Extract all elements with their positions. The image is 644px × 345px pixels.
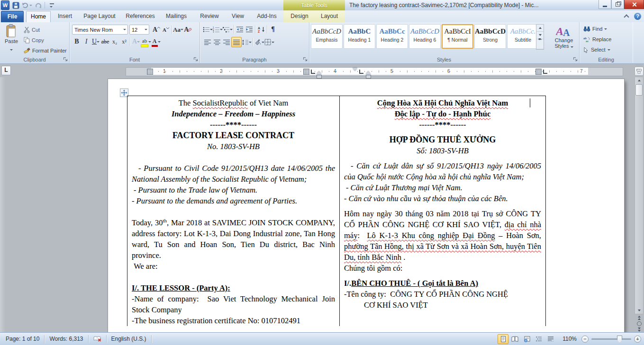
grow-font-button[interactable]: A: [152, 25, 161, 35]
style-emphasis[interactable]: AaBbCcDEmphasis: [311, 24, 343, 49]
clipboard-dialog-launcher-icon[interactable]: [63, 57, 68, 62]
paragraph-dialog-launcher-icon[interactable]: [303, 57, 308, 62]
paste-button[interactable]: Paste: [2, 24, 21, 55]
draft-view-button[interactable]: [545, 334, 556, 344]
collapse-ribbon-button[interactable]: [624, 14, 629, 18]
zoom-out-button[interactable]: −: [581, 336, 589, 343]
numbering-button[interactable]: 123: [213, 25, 223, 34]
zoom-in-button[interactable]: +: [634, 336, 641, 343]
split-window-handle[interactable]: [635, 64, 643, 66]
tab-mailings[interactable]: Mailings: [161, 11, 191, 22]
styles-dialog-launcher-icon[interactable]: [573, 57, 578, 62]
font-name-combo[interactable]: Times New Rom: [72, 25, 128, 35]
tab-stop-marker[interactable]: [543, 70, 547, 74]
full-screen-reading-view-button[interactable]: [509, 334, 520, 344]
style-strong[interactable]: AaBbCcDStrong: [474, 24, 506, 49]
style-heading-6[interactable]: AaBbCcDHeading 6: [409, 24, 441, 49]
find-button[interactable]: Find: [583, 24, 607, 34]
replace-button[interactable]: abac Replace: [583, 35, 611, 44]
scrollbar-thumb[interactable]: [635, 84, 643, 96]
style-subtitle[interactable]: AaBbCc.Subtitle: [507, 24, 539, 49]
style-normal[interactable]: AaBbCcI¶ Normal: [442, 24, 473, 49]
decrease-indent-button[interactable]: [235, 25, 245, 34]
save-button[interactable]: [12, 1, 19, 9]
subscript-button[interactable]: x₂: [110, 37, 119, 46]
borders-button[interactable]: [264, 37, 274, 47]
previous-page-button[interactable]: [638, 316, 641, 320]
change-styles-button[interactable]: AA Change Styles: [552, 24, 576, 57]
hanging-indent-marker[interactable]: [366, 71, 371, 74]
word-logo-icon[interactable]: W: [1, 0, 9, 10]
tab-stop-marker[interactable]: [359, 70, 363, 74]
justify-button[interactable]: [231, 37, 242, 47]
left-indent-marker[interactable]: [317, 75, 322, 79]
font-dialog-launcher-icon[interactable]: [193, 57, 199, 62]
tab-add-ins[interactable]: Add-Ins: [251, 11, 282, 22]
document-page[interactable]: The SocialistRepublic of Viet Nam Indepe…: [108, 79, 624, 333]
multilevel-list-button[interactable]: [223, 25, 233, 34]
format-painter-button[interactable]: Format Painter: [24, 46, 67, 55]
line-spacing-button[interactable]: [242, 37, 252, 47]
cut-button[interactable]: Cut: [24, 25, 40, 35]
page-indicator[interactable]: Page: 1 of 10: [1, 335, 45, 343]
proofing-status[interactable]: [89, 335, 107, 343]
undo-button[interactable]: [22, 1, 32, 9]
scroll-down-button[interactable]: [635, 307, 643, 314]
align-left-button[interactable]: [203, 37, 212, 47]
print-layout-view-button[interactable]: [498, 334, 508, 344]
minimize-button[interactable]: [599, 0, 611, 9]
clear-formatting-button[interactable]: A: [183, 25, 193, 35]
repeat-button[interactable]: [35, 1, 42, 9]
styles-more-button[interactable]: [536, 39, 544, 50]
zoom-slider-track[interactable]: [591, 338, 631, 340]
next-page-button[interactable]: [638, 327, 641, 332]
table-column-marker[interactable]: [147, 69, 153, 75]
underline-button[interactable]: U: [91, 37, 100, 46]
close-button[interactable]: [624, 0, 644, 9]
font-size-combo[interactable]: 12: [129, 25, 149, 35]
tab-view[interactable]: View: [227, 11, 249, 22]
tab-file[interactable]: File: [1, 11, 24, 23]
help-button[interactable]: ?: [634, 13, 641, 20]
tab-stop-marker[interactable]: [311, 70, 315, 74]
undo-dropdown-arrow-icon[interactable]: [29, 5, 32, 6]
zoom-level[interactable]: 110%: [562, 336, 577, 342]
tab-stop-selector[interactable]: L: [1, 66, 11, 75]
change-case-button[interactable]: Aa: [173, 25, 183, 35]
word-count[interactable]: Words: 6,313: [45, 335, 88, 343]
table-column-marker[interactable]: [535, 69, 542, 75]
shrink-font-button[interactable]: A: [161, 25, 171, 35]
text-effects-button[interactable]: A: [131, 37, 141, 46]
font-color-button[interactable]: A: [151, 37, 161, 46]
language-indicator[interactable]: English (U.S.): [107, 335, 152, 343]
web-layout-view-button[interactable]: [521, 334, 532, 344]
show-formatting-marks-button[interactable]: ¶: [268, 25, 278, 34]
tab-home[interactable]: Home: [26, 11, 51, 23]
select-browse-object-button[interactable]: [637, 321, 642, 326]
outline-view-button[interactable]: [533, 334, 544, 344]
table-column-marker[interactable]: [303, 69, 309, 75]
align-center-button[interactable]: [212, 37, 222, 47]
horizontal-ruler[interactable]: 1 2 3 4 5 6 7: [126, 67, 623, 76]
italic-button[interactable]: I: [82, 37, 91, 46]
increase-indent-button[interactable]: [245, 25, 254, 34]
ruler-toggle-button[interactable]: [635, 67, 644, 76]
tab-review[interactable]: Review: [195, 11, 224, 22]
style-heading-1[interactable]: AaBbCHeading 1: [344, 24, 375, 49]
scroll-up-button[interactable]: [635, 77, 643, 84]
bullets-button[interactable]: [203, 25, 213, 34]
restore-button[interactable]: [611, 0, 624, 9]
hanging-indent-marker[interactable]: [317, 71, 321, 74]
zoom-slider-handle[interactable]: [617, 336, 622, 343]
highlight-button[interactable]: ab: [141, 37, 151, 46]
bold-button[interactable]: B: [72, 37, 82, 46]
qat-customize-button[interactable]: [47, 1, 55, 9]
tab-layout[interactable]: Layout: [316, 11, 343, 22]
tab-page-layout[interactable]: Page Layout: [79, 11, 120, 22]
styles-scroll-up-button[interactable]: [536, 25, 544, 32]
tab-design[interactable]: Design: [285, 11, 314, 22]
contract-column-vietnamese[interactable]: Cộng Hòa Xã Hội Chủ Nghĩa Việt Nam Độc l…: [340, 96, 546, 327]
scrollbar-track[interactable]: [635, 77, 644, 314]
superscript-button[interactable]: x²: [119, 37, 129, 46]
contract-column-english[interactable]: The SocialistRepublic of Viet Nam Indepe…: [127, 96, 340, 327]
